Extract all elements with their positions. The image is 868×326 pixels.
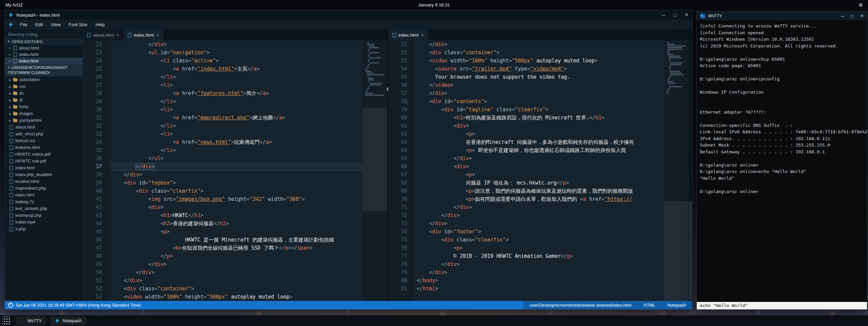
code-line[interactable]: <h1>HKWTC</h1> xyxy=(111,211,362,219)
code-line[interactable]: <div class="clearfix"> xyxy=(111,187,362,195)
file-item[interactable]: testmysql.php xyxy=(5,212,83,219)
group2-code[interactable]: </div> <div class="container"> <video wi… xyxy=(414,40,664,301)
group2-minimap[interactable] xyxy=(664,40,689,301)
file-item[interactable]: favicon.ico xyxy=(5,137,83,144)
minimap-viewport[interactable] xyxy=(362,108,387,211)
group1-editor[interactable]: 2223242526272829303132333435363738394041… xyxy=(83,40,387,301)
code-line[interactable]: <li> xyxy=(111,106,362,114)
code-line[interactable]: <img src="images/box.png" height="342" w… xyxy=(111,195,362,203)
file-item[interactable]: HKWTC notice.pdf xyxy=(5,151,83,158)
folder-item[interactable]: yamlyamlini xyxy=(5,117,83,124)
code-line[interactable]: © 2018 - 2019 HKWTC Animation Gamer</p> xyxy=(417,252,664,260)
folder-item[interactable]: dc xyxy=(5,90,83,97)
folder-item[interactable]: css xyxy=(5,83,83,90)
file-item[interactable]: about.html xyxy=(5,124,83,131)
code-line[interactable]: <li> xyxy=(111,81,362,89)
group2-editor[interactable]: 5152535455565758596061626364656667686970… xyxy=(388,40,693,301)
code-line[interactable]: </div> xyxy=(417,40,664,49)
folder-item[interactable]: images xyxy=(5,110,83,117)
file-item[interactable]: features.html xyxy=(5,144,83,151)
file-item[interactable]: add_vhost.php xyxy=(5,131,83,137)
code-line[interactable]: <p> xyxy=(417,244,664,252)
code-line[interactable]: </p> xyxy=(111,252,362,260)
taskbar-item-wstty[interactable]: WsTTY xyxy=(15,317,46,325)
minimize-icon[interactable] xyxy=(658,10,669,20)
file-item[interactable]: mapredirect.php xyxy=(5,185,83,192)
open-editor-item[interactable]: index.html xyxy=(5,58,83,64)
file-item[interactable]: test_sockets.php xyxy=(5,205,83,212)
wstty-titlebar[interactable]: WsTTY xyxy=(697,12,867,20)
code-line[interactable]: </li> xyxy=(111,97,362,106)
tab-close-icon[interactable] xyxy=(156,33,159,38)
maximize-icon[interactable] xyxy=(847,12,857,20)
code-line[interactable]: HKWTC 是一個 Minecraft 的建築伺服器，主要建築計劃包括鐵 xyxy=(111,236,362,244)
code-line[interactable]: <div> xyxy=(417,122,664,130)
menu-view[interactable]: View xyxy=(47,21,64,28)
code-line[interactable]: <a href="news.html">玩家傳送門</a> xyxy=(111,138,362,146)
code-line[interactable]: Your browser does not support the video … xyxy=(417,73,664,81)
code-line[interactable]: </div> xyxy=(111,40,362,49)
vertical-scrollbar[interactable] xyxy=(689,40,692,301)
minimap-viewport[interactable] xyxy=(664,201,689,301)
code-line[interactable]: <b>你知道我們全線伺服器已轉用 SSD 了嗎？</b></span> xyxy=(111,244,362,252)
menu-font-size[interactable]: Font Size xyxy=(65,21,91,28)
tab-close-icon[interactable] xyxy=(421,33,424,38)
code-line[interactable]: </div> xyxy=(111,171,362,179)
file-item[interactable]: index.html xyxy=(5,165,83,171)
code-line[interactable]: </div> xyxy=(417,268,664,276)
code-line[interactable]: <li class="active"> xyxy=(111,57,362,65)
code-line[interactable]: </li> xyxy=(111,73,362,81)
code-line[interactable]: <video width="100%" height="500px" autop… xyxy=(111,293,362,301)
code-line[interactable]: <p> 即使你不是建築師，你也能透過紅石師或鐵路工程師的身份加入我 xyxy=(417,146,664,154)
code-line[interactable]: <div id="footer"> xyxy=(417,228,664,236)
code-line[interactable]: <div id="contents"> xyxy=(417,97,664,106)
status-file-path[interactable]: user/Desktop/screenshot/test/www cleaned… xyxy=(529,303,631,308)
close-icon[interactable] xyxy=(8,46,11,50)
scrollbar-thumb[interactable] xyxy=(690,201,692,300)
code-line[interactable]: <div id="tagline" class="clearfix"> xyxy=(417,106,664,114)
code-line[interactable]: </li> xyxy=(111,122,362,130)
code-line[interactable]: <li> xyxy=(111,130,362,138)
code-line[interactable]: </div> xyxy=(111,162,362,171)
notepada-titlebar[interactable]: NotepadA - index.html xyxy=(5,10,692,20)
code-line[interactable]: <source src="trailer.mp4" type="video/mp… xyxy=(417,65,664,73)
open-editor-item[interactable]: index.html xyxy=(5,51,83,58)
code-line[interactable]: <video width="100%" height="500px" autop… xyxy=(417,57,664,65)
code-line[interactable]: </div> xyxy=(417,260,664,268)
app-launcher-grid-icon[interactable] xyxy=(2,317,11,325)
close-icon[interactable] xyxy=(8,59,11,63)
code-line[interactable]: </div> xyxy=(417,219,664,228)
code-line[interactable]: <p> xyxy=(111,228,362,236)
code-line[interactable]: </ul> xyxy=(111,154,362,162)
menu-file[interactable]: File xyxy=(16,21,31,28)
taskbar-item-notepada[interactable]: NotepadA xyxy=(50,317,86,325)
file-item[interactable]: HKWTC rule.pdf xyxy=(5,158,83,165)
terminal-output[interactable]: [info] Connecting to arozos WsTTY servic… xyxy=(697,20,867,302)
hamburger-menu-icon[interactable] xyxy=(859,1,863,9)
code-line[interactable]: <div> xyxy=(417,162,664,171)
file-item[interactable]: x.php xyxy=(5,226,83,232)
code-line[interactable]: <div class="clearfix"> xyxy=(417,236,664,244)
file-item[interactable]: news.html xyxy=(5,192,83,198)
code-line[interactable]: <div class="container"> xyxy=(417,49,664,57)
aroz-brand[interactable]: My ArOZ xyxy=(5,2,23,7)
code-line[interactable]: </div> xyxy=(111,276,362,285)
file-item[interactable]: teabag.7z xyxy=(5,198,83,205)
group1-code[interactable]: </div> <ul id="navigation"> <li class="a… xyxy=(109,40,362,301)
code-line[interactable]: 在香港的Minecraft 伺服器中，多為小遊戲和純生存的伺服器，較少擁有 xyxy=(417,138,664,146)
code-line[interactable]: </li> xyxy=(111,146,362,154)
menu-edit[interactable]: Edit xyxy=(32,21,47,28)
code-line[interactable]: <p> xyxy=(417,171,664,179)
code-line[interactable]: </div> xyxy=(111,268,362,276)
status-language[interactable]: HTML xyxy=(643,303,655,308)
folder-item[interactable]: fonts xyxy=(5,103,83,110)
code-line[interactable]: <a href="index.html">主頁</a> xyxy=(111,65,362,73)
terminal-input[interactable]: echo "Hello World" xyxy=(697,302,867,309)
code-line[interactable]: </div> xyxy=(417,211,664,219)
code-line[interactable]: </html> xyxy=(417,285,664,293)
code-line[interactable]: </div> xyxy=(417,203,664,211)
tab-about.html[interactable]: about.html xyxy=(83,30,124,40)
tab-close-icon[interactable] xyxy=(116,33,119,38)
code-line[interactable]: <div> xyxy=(111,203,362,211)
folder-item[interactable]: autostation xyxy=(5,76,83,83)
